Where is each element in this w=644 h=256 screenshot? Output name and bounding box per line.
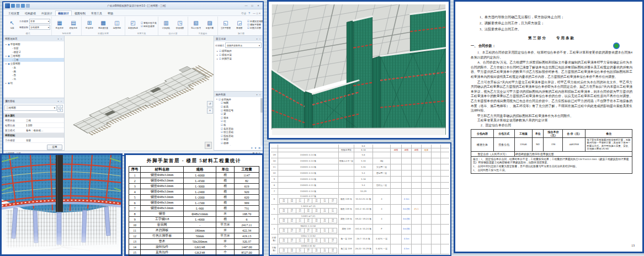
view-tree-item[interactable]: ▾▣三维视图 (3, 54, 64, 58)
checkbox-icon[interactable]: ☑ (219, 98, 221, 101)
component-tree-item[interactable]: ☑独立基础 (214, 130, 263, 134)
close-icon[interactable]: × (207, 108, 213, 114)
undo-icon[interactable] (21, 4, 25, 8)
scrollbar-thumb[interactable] (260, 98, 263, 113)
component-tree-item[interactable]: ☑轴网 (214, 102, 263, 105)
comment-marker-icon[interactable] (613, 42, 620, 49)
view-tree-item[interactable]: ▾▣平面视图 (3, 42, 64, 46)
ribbon-button[interactable]: ◱立杆平面图 (219, 20, 232, 29)
component-tree-item[interactable]: ☑板 (214, 123, 263, 127)
view-tree-item[interactable]: ▫三维 (3, 58, 64, 62)
ribbon-button[interactable]: ◲配模图 (233, 20, 246, 29)
login-label[interactable]: 登录 (241, 12, 246, 15)
view-tree-item[interactable]: ▫西 (3, 73, 64, 77)
ribbon-button[interactable]: ◰支模架预览 (126, 20, 140, 29)
panel-pin-close-icons[interactable]: ▾ × (257, 93, 261, 96)
tab-外架设计[interactable]: 外架设计 (39, 10, 55, 15)
filter-tree-item[interactable]: ▸☑模型构件 (214, 49, 263, 53)
maximize-icon[interactable]: □ (249, 3, 255, 8)
field-select[interactable]: 当前楼层▾ (29, 25, 50, 30)
type-select[interactable]: 三维视图 ▾ (4, 105, 57, 111)
close-icon[interactable]: × (259, 12, 260, 15)
ribbon-button[interactable]: ▨审查方案 (203, 20, 216, 29)
footer-icon[interactable]: ⊞ (258, 147, 260, 150)
checkbox-icon[interactable]: ☑ (221, 124, 223, 126)
save-icon[interactable] (11, 4, 15, 8)
checkbox-icon[interactable]: ☑ (221, 113, 223, 115)
tab-结构建模[interactable]: 结构建模 (22, 10, 39, 15)
view-tree-item[interactable]: ▸▣组 (3, 81, 64, 85)
view-tree-item[interactable]: ▫北 (3, 77, 64, 81)
filter-tree-item[interactable]: ▸☑模板支架 (214, 53, 263, 57)
minimize-icon[interactable]: — (243, 3, 249, 8)
filter-mode-select[interactable]: 按构件类型显示 ▾ (225, 42, 262, 48)
add-type-button[interactable]: + (57, 105, 63, 108)
checkbox-icon[interactable]: ☑ (221, 105, 223, 108)
checkbox-icon[interactable]: ☑ (219, 50, 221, 52)
checkbox-icon[interactable]: ☑ (221, 142, 223, 145)
ribbon-button[interactable]: ▥计算参数 (159, 20, 173, 29)
component-tree-item[interactable]: ☑楼梯 (214, 141, 263, 145)
ribbon-toggle[interactable]: ☑模板平面图 (247, 23, 263, 26)
component-tree-item[interactable]: ☑墙体 (214, 116, 263, 120)
apply-button[interactable]: 应用 (47, 145, 62, 150)
component-tree-root[interactable]: ▾☑全部构件 (214, 98, 263, 102)
checkbox-icon[interactable]: ☑ (221, 109, 223, 112)
property-row[interactable]: 视图名称三维 (3, 118, 64, 123)
checkbox-icon[interactable]: ☑ (221, 102, 223, 104)
help-icon[interactable]: ? (248, 12, 250, 15)
panel-pin-close-icons[interactable]: ▾ × (58, 38, 62, 40)
checkbox-icon[interactable]: ☑ (219, 57, 221, 60)
ribbon-button[interactable]: ⊞手动布置 (83, 20, 96, 29)
tab-常用工具[interactable]: 常用工具 (88, 10, 105, 15)
footer-icon[interactable]: ▼ (254, 147, 257, 150)
checkbox-icon[interactable]: ☑ (219, 54, 221, 56)
component-tree-item[interactable]: ☑条形基础 (214, 127, 263, 131)
property-row[interactable]: 绘图比例1:100 (3, 123, 64, 128)
filter-tree-item[interactable]: ▸☑外脚手架 (214, 57, 263, 61)
ribbon-toggle[interactable]: ☑粘贴至楼层 (141, 25, 157, 28)
property-row[interactable]: 工作楼层首层 (3, 138, 64, 143)
component-tree-item[interactable]: ☑筏板基础 (214, 134, 263, 138)
open-icon[interactable] (16, 4, 20, 8)
ribbon-button[interactable]: ◳快速成图 (173, 20, 187, 29)
tab-工程设置[interactable]: 工程设置 (6, 10, 22, 15)
checkbox-icon[interactable]: ☑ (221, 131, 223, 134)
ribbon-button[interactable]: ▩高支模排查 (97, 20, 110, 29)
component-tree-item[interactable]: ☑垫层 (214, 138, 263, 142)
component-tree-item[interactable]: ☑外脚手架 (214, 145, 263, 146)
component-tree-item[interactable]: ☑标高 (214, 105, 263, 109)
field-select[interactable]: 首层▾ (29, 19, 50, 24)
component-tree-item[interactable]: ☑柱 (214, 120, 263, 124)
tab-视图绘制[interactable]: 视图绘制 (72, 10, 88, 15)
ribbon-button[interactable]: ◫超限调整 (110, 20, 124, 29)
ribbon-toggle[interactable]: ☑复制已有方案 (141, 22, 157, 24)
panel-pin-close-icons[interactable]: ▾ × (257, 38, 261, 40)
tab-帮助[interactable]: 帮助 (105, 10, 116, 15)
ribbon-toggle[interactable]: ☑支模架区域图 (247, 20, 263, 23)
ribbon-button[interactable]: ▤经验布置 (67, 20, 80, 29)
ribbon-button[interactable]: ↖选择 (6, 20, 19, 29)
close-icon[interactable]: × (256, 3, 261, 8)
redo-icon[interactable] (26, 4, 30, 8)
view-tree-item[interactable]: ▫首层 (3, 46, 64, 50)
scrollbar[interactable] (260, 97, 263, 146)
checkbox-icon[interactable]: ☑ (221, 138, 223, 141)
maximize-icon[interactable]: □ (257, 12, 258, 15)
checkbox-icon[interactable]: ☑ (221, 127, 223, 130)
model-canvas[interactable]: ↺× ▦ (65, 36, 214, 151)
tab-模板设计[interactable]: 模板设计 (55, 10, 72, 15)
checkbox-icon[interactable]: ☑ (221, 116, 223, 119)
component-tree-item[interactable]: ☑梁 (214, 112, 263, 116)
view-tree-item[interactable]: ▫东 (3, 66, 64, 70)
panel-pin-close-icons[interactable]: ▾ × (58, 100, 62, 103)
minimize-icon[interactable]: — (253, 12, 256, 15)
edit-type-button[interactable]: ✎ (57, 109, 63, 112)
view-tree-item[interactable]: ▫楼层 2 (3, 50, 64, 54)
view-tree-item[interactable]: ▫南 (3, 70, 64, 73)
checkbox-icon[interactable]: ☑ (221, 135, 223, 137)
checkbox-icon[interactable]: ☑ (221, 120, 223, 122)
view-navigation-icon[interactable]: ▦ (205, 142, 212, 149)
component-tree-item[interactable]: ☑视图符号 (214, 109, 263, 113)
orbit-icon[interactable]: ↺ (207, 101, 213, 107)
